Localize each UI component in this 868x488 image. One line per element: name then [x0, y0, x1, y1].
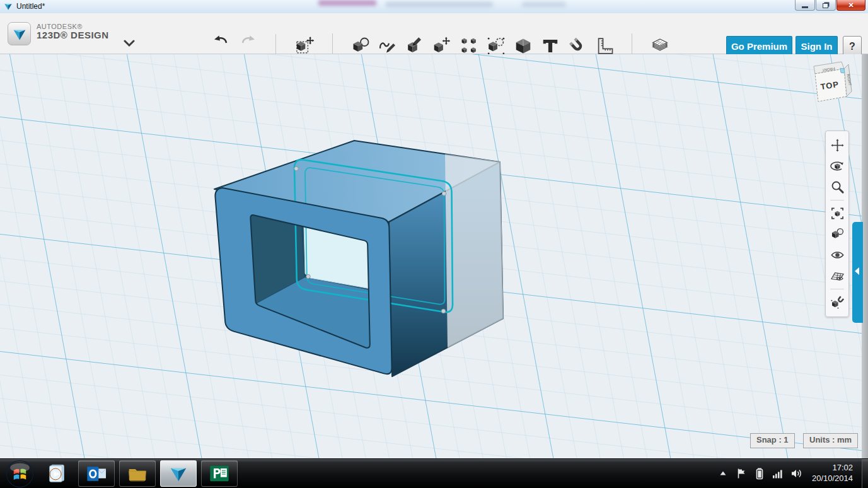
- viewport[interactable]: TOP FRONT RIGHT Snap : 1 Units : mm: [0, 54, 868, 459]
- snap-toggle-button[interactable]: [828, 292, 847, 313]
- close-icon: ✕: [848, 1, 854, 9]
- collapsed-panel-tab[interactable]: [852, 222, 863, 323]
- text-icon: [541, 37, 560, 55]
- minimize-button[interactable]: [795, 0, 815, 11]
- orbit-button[interactable]: [828, 156, 847, 177]
- grid-visibility-icon: [830, 269, 845, 283]
- undo-button[interactable]: [212, 33, 231, 47]
- media-player-icon: [46, 463, 67, 484]
- 123d-logo-icon: [11, 26, 28, 42]
- system-tray: [717, 467, 808, 480]
- zoom-icon: [830, 180, 845, 194]
- windows-taskbar: 17:02 20/10/2014: [0, 458, 868, 488]
- sketch-icon: [378, 37, 397, 55]
- view-cube[interactable]: TOP FRONT RIGHT: [809, 60, 855, 113]
- taskbar-apps: [43, 460, 242, 487]
- viewport-canvas[interactable]: [0, 54, 868, 459]
- primitives-icon: [351, 37, 370, 55]
- publisher-icon: [209, 463, 230, 484]
- units-setting[interactable]: Units : mm: [803, 433, 858, 448]
- modify-icon: [432, 37, 451, 55]
- snap-toggle-icon: [830, 295, 845, 310]
- brand-line2: 123D® DESIGN: [37, 30, 109, 41]
- snap-icon: [568, 37, 587, 55]
- construct-icon: [405, 37, 424, 55]
- zoom-button[interactable]: [828, 177, 847, 197]
- main-menu-chevron-icon[interactable]: [124, 38, 135, 50]
- window-titlebar: Untitled* ✕: [0, 0, 868, 14]
- shaded-view-icon: [830, 227, 845, 241]
- orbit-icon: [830, 159, 845, 173]
- main-toolbar: AUTODESK® 123D® DESIGN Go Premium Sign I…: [0, 13, 868, 54]
- action-center-icon[interactable]: [735, 467, 748, 480]
- redacted-blur: [522, 2, 566, 7]
- nav-divider: [830, 289, 844, 289]
- model-ghost-section: [445, 154, 503, 347]
- shaded-view-button[interactable]: [828, 224, 847, 245]
- clock-date: 20/10/2014: [812, 473, 853, 484]
- battery-icon[interactable]: [753, 467, 766, 480]
- pan-button[interactable]: [828, 135, 847, 156]
- redacted-blur: [386, 2, 493, 7]
- show-hidden-icon[interactable]: [717, 467, 729, 480]
- transform-icon: [296, 37, 315, 55]
- volume-icon[interactable]: [790, 467, 802, 480]
- window-title: Untitled*: [16, 2, 45, 11]
- show-hide-button[interactable]: [828, 245, 847, 265]
- explorer-icon: [127, 463, 148, 484]
- restore-icon: [823, 3, 828, 8]
- show-hide-icon: [830, 248, 845, 262]
- redo-button[interactable]: [241, 33, 260, 47]
- publisher-taskbar-button[interactable]: [201, 460, 238, 487]
- measure-icon: [595, 37, 614, 55]
- brand-text: AUTODESK® 123D® DESIGN: [37, 23, 109, 41]
- network-icon[interactable]: [772, 467, 784, 480]
- navigation-toolbar: [825, 131, 849, 317]
- close-button[interactable]: ✕: [836, 0, 865, 11]
- material-icon: [651, 37, 669, 55]
- explorer-taskbar-button[interactable]: [119, 460, 156, 487]
- 123d-design-taskbar-button[interactable]: [160, 460, 197, 487]
- zoom-fit-icon: [830, 206, 845, 221]
- nav-divider: [830, 200, 844, 200]
- start-button[interactable]: [6, 460, 34, 488]
- show-desktop-button[interactable]: [862, 459, 868, 488]
- app-logo: [8, 22, 31, 45]
- media-player-taskbar-button[interactable]: [43, 461, 71, 486]
- expand-left-icon: [855, 267, 859, 275]
- redacted-blur: [318, 0, 376, 6]
- combine-icon: [514, 37, 533, 55]
- viewcube-corner-highlight[interactable]: [840, 68, 845, 73]
- outlook-icon: [86, 463, 107, 484]
- clock-time: 17:02: [812, 463, 853, 473]
- pattern-icon: [460, 37, 478, 55]
- restore-button[interactable]: [816, 0, 836, 11]
- taskbar-clock[interactable]: 17:02 20/10/2014: [812, 463, 853, 484]
- window-controls: ✕: [794, 0, 865, 11]
- pan-icon: [830, 138, 845, 153]
- 123d-design-icon: [168, 463, 189, 484]
- snap-setting[interactable]: Snap : 1: [750, 433, 795, 448]
- grouping-icon: [487, 37, 506, 55]
- zoom-fit-button[interactable]: [828, 203, 847, 224]
- grid-visibility-button[interactable]: [828, 265, 847, 286]
- minimize-icon: [802, 6, 808, 8]
- app-icon: [3, 1, 13, 11]
- outlook-taskbar-button[interactable]: [78, 460, 115, 487]
